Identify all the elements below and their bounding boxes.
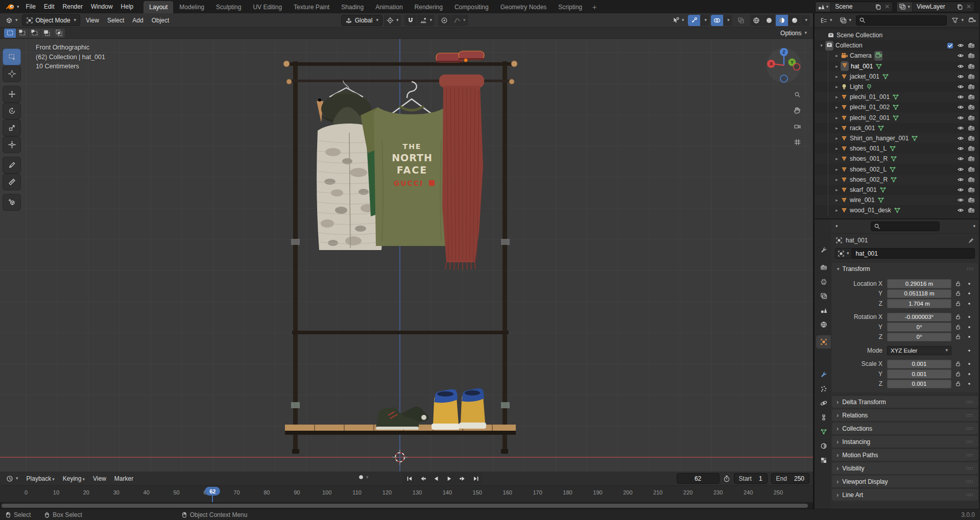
eye-icon[interactable] xyxy=(957,73,964,80)
render-visibility-icon[interactable] xyxy=(968,73,975,80)
lock-open-icon[interactable] xyxy=(955,281,961,287)
shading-solid-button[interactable] xyxy=(763,15,775,26)
eye-icon[interactable] xyxy=(957,186,964,193)
options-button[interactable]: Options ▾ xyxy=(778,30,809,37)
lock-open-icon[interactable] xyxy=(955,334,961,340)
outliner-item-label[interactable]: plechi_01_001 xyxy=(850,93,890,101)
menu-file[interactable]: File xyxy=(22,2,40,12)
disclosure-triangle[interactable]: ▸ xyxy=(833,177,841,182)
scrollbar-handle[interactable] xyxy=(2,504,808,508)
outliner-row-skarf_001[interactable]: ▸skarf_001 xyxy=(815,185,979,195)
outliner-item-label[interactable]: shoes_002_R xyxy=(850,176,888,183)
outliner-row-plechi_01_001[interactable]: ▸plechi_01_001 xyxy=(815,92,979,102)
disclosure-triangle[interactable]: ▸ xyxy=(833,74,841,79)
show-gizmo-button[interactable] xyxy=(688,15,700,26)
panel-relations[interactable]: ›Relations∷∷ xyxy=(832,409,978,421)
timeline-editor-type-button[interactable]: ▾ xyxy=(4,473,21,484)
outliner-row-collection[interactable]: ▾Collection xyxy=(815,40,979,51)
current-frame-indicator[interactable]: 62 xyxy=(205,487,220,496)
outliner-item-label[interactable]: plechi_02_001 xyxy=(850,114,890,121)
snap-target-button[interactable]: ▾ xyxy=(417,15,435,26)
properties-tab-scene[interactable] xyxy=(816,304,831,317)
tool-rotate-button[interactable] xyxy=(3,103,20,119)
outliner-row-camera[interactable]: ▸Camera xyxy=(815,51,979,61)
outliner-item-label[interactable]: hat_001 xyxy=(851,63,873,70)
render-visibility-icon[interactable] xyxy=(968,93,975,101)
outliner-filter-button[interactable]: ▾ xyxy=(949,15,966,26)
stopwatch-icon[interactable] xyxy=(723,475,730,482)
outliner-row-jacket_001[interactable]: ▸jacket_001 xyxy=(815,71,979,82)
tool-annotate-button[interactable] xyxy=(3,157,20,173)
tab-animation[interactable]: Animation xyxy=(370,1,408,13)
value-field[interactable]: 0° xyxy=(887,323,951,332)
properties-tab-render[interactable] xyxy=(816,261,831,274)
properties-tab-physics[interactable] xyxy=(816,397,831,410)
animate-dot-icon[interactable] xyxy=(967,281,972,286)
tab-sculpting[interactable]: Sculpting xyxy=(210,1,247,13)
eye-icon[interactable] xyxy=(957,63,964,70)
select-mode-extend-button[interactable] xyxy=(16,29,28,38)
outliner-item-label[interactable]: wire_001 xyxy=(850,196,875,204)
tab-geometry-nodes[interactable]: Geometry Nodes xyxy=(495,1,553,13)
eye-icon[interactable] xyxy=(957,155,964,162)
outliner-row-shirt_on_hanger_001[interactable]: ▸Shirt_on_hanger_001 xyxy=(815,133,979,143)
viewport-menu-object[interactable]: Object xyxy=(148,15,174,26)
outliner-row-shoes_001_l[interactable]: ▸shoes_001_L xyxy=(815,143,979,154)
tab-shading[interactable]: Shading xyxy=(336,1,369,13)
transform-panel-header[interactable]: ▾ Transform ∷∷ xyxy=(832,263,978,275)
animate-dot-icon[interactable] xyxy=(967,361,972,366)
jump-to-start-button[interactable] xyxy=(403,474,416,484)
outliner-item-label[interactable]: Scene Collection xyxy=(836,32,882,39)
animate-dot-icon[interactable] xyxy=(967,334,972,339)
outliner-row-wood_01_desk[interactable]: ▸wood_01_desk xyxy=(815,205,979,215)
outliner-item-label[interactable]: wood_01_desk xyxy=(850,207,891,214)
previous-keyframe-button[interactable] xyxy=(416,474,429,484)
outliner-row-light[interactable]: ▸Light xyxy=(815,82,979,92)
viewport-menu-view[interactable]: View xyxy=(82,15,103,26)
properties-search-input[interactable] xyxy=(871,221,940,231)
transform-orientation-dropdown[interactable]: Global ▾ xyxy=(341,15,383,26)
tool-cursor-button[interactable] xyxy=(3,66,20,82)
properties-options-button[interactable]: ▾ xyxy=(973,224,975,229)
xray-toggle-button[interactable] xyxy=(735,15,747,26)
select-mode-intersect-button[interactable] xyxy=(53,29,65,38)
pivot-point-button[interactable]: ▾ xyxy=(384,15,401,26)
render-visibility-icon[interactable] xyxy=(968,63,975,70)
properties-tab-object[interactable] xyxy=(816,335,831,349)
value-field[interactable]: 0.001 xyxy=(887,380,951,389)
eye-icon[interactable] xyxy=(957,166,964,173)
eye-icon[interactable] xyxy=(957,135,964,142)
zoom-icon[interactable] xyxy=(793,90,802,99)
render-visibility-icon[interactable] xyxy=(968,114,975,121)
lock-open-icon[interactable] xyxy=(955,361,961,367)
eye-icon[interactable] xyxy=(957,207,964,214)
blender-menu-button[interactable]: ▾ xyxy=(3,1,22,13)
disclosure-triangle[interactable]: ▸ xyxy=(833,146,841,151)
render-visibility-icon[interactable] xyxy=(968,176,975,183)
disclosure-triangle[interactable]: ▸ xyxy=(833,94,841,100)
tool-scale-button[interactable] xyxy=(3,120,20,136)
eye-icon[interactable] xyxy=(957,93,964,101)
next-keyframe-button[interactable] xyxy=(456,474,469,484)
scene-selector[interactable]: ▾ Scene ✕ xyxy=(815,2,894,12)
value-field[interactable]: 0.051118 m xyxy=(887,289,951,299)
disclosure-triangle[interactable]: ▸ xyxy=(833,64,841,69)
object-id-chip[interactable]: ▾ xyxy=(835,248,852,259)
tool-transform-button[interactable] xyxy=(3,137,20,153)
tab-layout[interactable]: Layout xyxy=(144,1,173,13)
shading-wireframe-button[interactable] xyxy=(750,15,762,26)
play-button[interactable] xyxy=(443,474,456,484)
render-visibility-icon[interactable] xyxy=(968,104,975,111)
timeline-menu-view[interactable]: View xyxy=(89,474,110,484)
outliner-row-shoes_001_r[interactable]: ▸shoes_001_R xyxy=(815,154,979,164)
eye-icon[interactable] xyxy=(957,125,964,132)
tab-scripting[interactable]: Scripting xyxy=(553,1,588,13)
properties-tab-constraints[interactable] xyxy=(816,411,831,424)
menu-edit[interactable]: Edit xyxy=(40,2,59,12)
outliner-item-label[interactable]: Shirt_on_hanger_001 xyxy=(850,135,909,142)
camera-view-icon[interactable] xyxy=(793,121,802,131)
render-visibility-icon[interactable] xyxy=(968,145,975,152)
viewlayer-selector[interactable]: ▾ ViewLayer ✕ xyxy=(896,2,975,12)
outliner-item-label[interactable]: skarf_001 xyxy=(850,186,877,193)
outliner-item-label[interactable]: Light xyxy=(850,83,863,90)
